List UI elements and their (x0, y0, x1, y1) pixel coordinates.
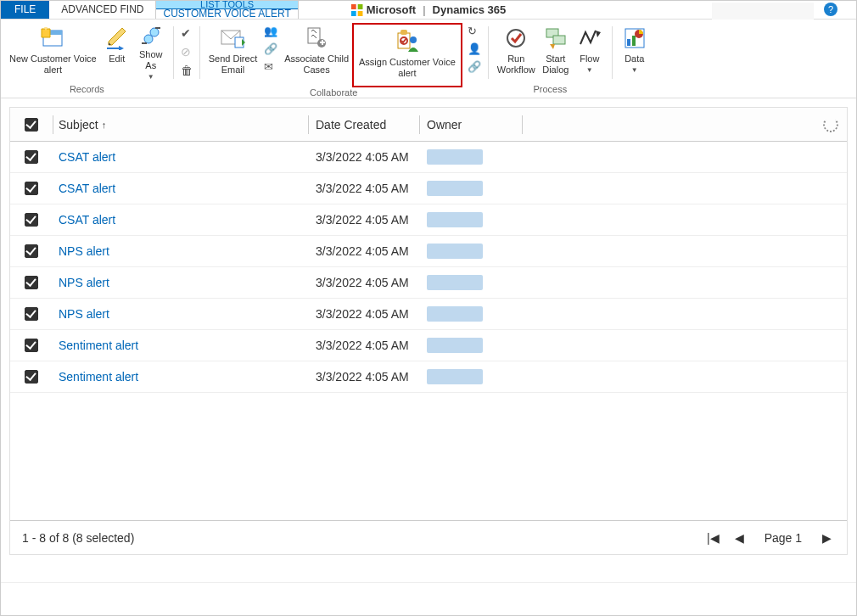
row-checkbox[interactable] (25, 244, 38, 258)
owner-cell (427, 212, 483, 227)
row-checkbox[interactable] (25, 150, 38, 164)
row-checkbox[interactable] (25, 339, 38, 352)
col-subject[interactable]: Subject ↑ (53, 118, 308, 132)
col-date[interactable]: Date Created (309, 118, 419, 132)
subject-link[interactable]: Sentiment alert (59, 339, 138, 352)
subject-link[interactable]: NPS alert (59, 307, 109, 321)
run-workflow-button[interactable]: Run Workflow (494, 23, 539, 84)
flow-label: Flow (580, 53, 599, 64)
owner-cell (427, 306, 483, 322)
ribbon-separator (488, 26, 489, 79)
associate-icon (303, 25, 330, 52)
table-row[interactable]: Sentiment alert3/3/2022 4:05 AM (10, 361, 847, 393)
flow-button[interactable]: Flow ▼ (573, 23, 607, 84)
process-label: Process (494, 84, 607, 96)
run-wf-label: Run Workflow (497, 53, 535, 76)
delete-icon[interactable]: 🗑 (181, 64, 193, 77)
ribbon-group-collaborate: Send Direct Email 👥 🔗 ✉ Associate Child … (204, 23, 464, 98)
date-cell: 3/3/2022 4:05 AM (309, 339, 419, 352)
refresh-small-icon[interactable]: ↻ (468, 25, 481, 37)
collaborate-label: Collaborate (205, 87, 462, 99)
start-dialog-button[interactable]: Start Dialog (539, 23, 573, 84)
svg-rect-0 (351, 4, 356, 9)
records-side-icons: ✔ ⊘ 🗑 (177, 23, 196, 98)
refresh-icon[interactable] (823, 117, 838, 132)
associate-child-cases-button[interactable]: Associate Child Cases (281, 23, 352, 84)
show-as-button[interactable]: Show As ▼ (134, 23, 168, 84)
edit-label: Edit (109, 53, 125, 64)
sort-asc-icon: ↑ (102, 120, 107, 130)
next-page-button[interactable]: ▶ (819, 529, 835, 546)
svg-point-25 (410, 36, 417, 43)
select-all-checkbox[interactable] (25, 118, 38, 132)
table-row[interactable]: NPS alert3/3/2022 4:05 AM (10, 267, 847, 299)
show-as-label: Show As (139, 49, 163, 71)
settings-icon (137, 25, 165, 48)
row-checkbox[interactable] (25, 276, 38, 289)
row-checkbox[interactable] (25, 307, 38, 321)
subject-link[interactable]: CSAT alert (59, 150, 115, 164)
owner-cell (427, 244, 483, 259)
date-cell: 3/3/2022 4:05 AM (309, 276, 419, 289)
ribbon-separator (199, 26, 200, 79)
email-link-icon[interactable]: ✉ (264, 60, 277, 73)
assign-customer-voice-alert-button[interactable]: Assign Customer Voice alert (356, 26, 459, 84)
results-grid: Subject ↑ Date Created Owner CSAT alert3… (9, 107, 848, 555)
flow-icon (576, 25, 603, 52)
send-direct-email-button[interactable]: Send Direct Email (205, 23, 260, 84)
row-checkbox[interactable] (25, 213, 38, 227)
copy-link-icon[interactable]: 🔗 (264, 42, 277, 55)
subject-link[interactable]: Sentiment alert (59, 370, 138, 384)
svg-rect-14 (155, 27, 160, 29)
subject-header-text: Subject (59, 118, 98, 132)
chevron-down-icon: ▼ (631, 64, 638, 76)
owner-cell (427, 369, 483, 384)
connect-icon[interactable]: 🔗 (468, 60, 481, 73)
subject-link[interactable]: CSAT alert (59, 182, 115, 195)
row-checkbox[interactable] (25, 182, 38, 195)
first-page-button[interactable]: |◀ (703, 529, 723, 546)
brand-product: Dynamics 365 (433, 3, 507, 16)
edit-button[interactable]: Edit (100, 23, 134, 84)
data-button[interactable]: Data ▼ (618, 23, 652, 84)
subject-link[interactable]: CSAT alert (59, 213, 115, 227)
brand: Microsoft | Dynamics 365 (351, 3, 507, 16)
share-icon[interactable]: 👥 (264, 25, 277, 37)
date-cell: 3/3/2022 4:05 AM (309, 182, 419, 195)
svg-point-26 (507, 30, 524, 47)
app-header: FILE ADVANCED FIND LIST TOOLS CUSTOMER V… (1, 1, 856, 20)
assign-icon (394, 28, 421, 55)
tab-file[interactable]: FILE (1, 0, 49, 19)
microsoft-logo-icon (351, 4, 363, 16)
brand-sep: | (423, 3, 425, 16)
tab-advanced-find[interactable]: ADVANCED FIND (49, 0, 155, 19)
activate-icon[interactable]: ✔ (181, 26, 193, 40)
subject-link[interactable]: NPS alert (59, 276, 109, 289)
tab-list-tools[interactable]: LIST TOOLS CUSTOMER VOICE ALERT (155, 0, 298, 19)
table-row[interactable]: CSAT alert3/3/2022 4:05 AM (10, 142, 847, 173)
table-row[interactable]: CSAT alert3/3/2022 4:05 AM (10, 204, 847, 236)
date-cell: 3/3/2022 4:05 AM (309, 150, 419, 164)
table-row[interactable]: NPS alert3/3/2022 4:05 AM (10, 236, 847, 267)
ribbon-group-process: Run Workflow Start Dialog Flow ▼ Process (492, 23, 608, 98)
email-icon (219, 25, 246, 52)
row-checkbox[interactable] (25, 370, 38, 384)
svg-rect-28 (553, 36, 565, 44)
table-row[interactable]: Sentiment alert3/3/2022 4:05 AM (10, 330, 847, 361)
follow-icon[interactable]: 👤 (468, 42, 481, 55)
send-email-label: Send Direct Email (209, 53, 257, 76)
deactivate-icon[interactable]: ⊘ (181, 45, 193, 59)
new-customer-voice-alert-button[interactable]: New Customer Voice alert (6, 23, 100, 84)
prev-page-button[interactable]: ◀ (731, 529, 748, 546)
help-icon[interactable]: ? (824, 3, 837, 16)
table-row[interactable]: CSAT alert3/3/2022 4:05 AM (10, 173, 847, 204)
ribbon-separator (612, 26, 613, 79)
assign-highlight: Assign Customer Voice alert (352, 23, 462, 87)
tab-customer-voice-alert[interactable]: CUSTOMER VOICE ALERT (156, 9, 297, 19)
workflow-icon (502, 25, 529, 52)
subject-link[interactable]: NPS alert (59, 244, 109, 258)
page-label: Page 1 (765, 531, 802, 545)
table-row[interactable]: NPS alert3/3/2022 4:05 AM (10, 299, 847, 330)
ribbon-group-data: Data ▼ (616, 23, 653, 98)
col-owner[interactable]: Owner (420, 118, 522, 132)
